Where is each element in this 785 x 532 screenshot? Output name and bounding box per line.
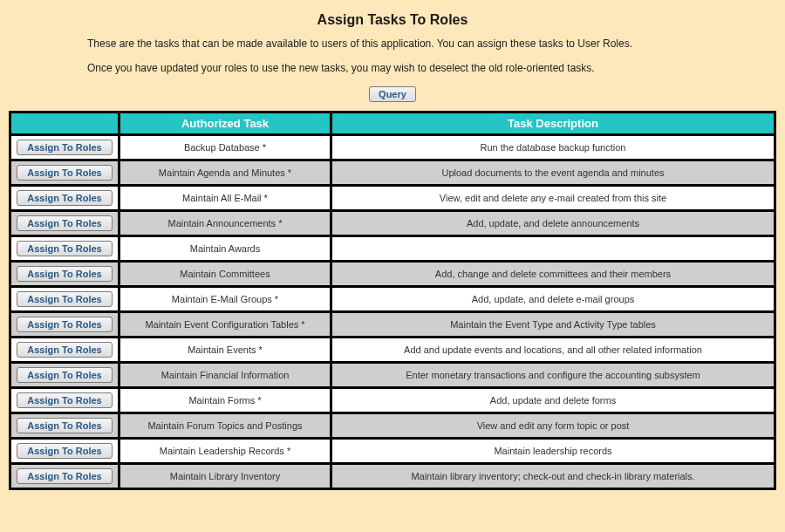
assign-to-roles-button[interactable]: Assign To Roles <box>17 342 113 358</box>
assign-to-roles-button[interactable]: Assign To Roles <box>17 367 113 383</box>
assign-to-roles-button[interactable]: Assign To Roles <box>17 291 113 307</box>
cell-task: Maintain Events * <box>120 338 330 361</box>
table-row: Assign To RolesMaintain Forms *Add, upda… <box>11 389 774 412</box>
cell-task: Maintain All E-Mail * <box>120 187 330 209</box>
table-row: Assign To RolesMaintain All E-Mail *View… <box>11 187 774 209</box>
table-row: Assign To RolesMaintain Event Configurat… <box>11 313 774 336</box>
cell-desc: Run the database backup function <box>332 136 774 159</box>
table-row: Assign To RolesMaintain Events *Add and … <box>11 338 774 361</box>
cell-action: Assign To Roles <box>11 338 118 361</box>
assign-to-roles-button[interactable]: Assign To Roles <box>17 215 113 231</box>
cell-desc: Add, update, and delete announcements <box>332 212 774 235</box>
cell-task: Backup Database * <box>120 136 330 159</box>
query-button[interactable]: Query <box>369 86 416 102</box>
cell-action: Assign To Roles <box>11 440 118 462</box>
assign-to-roles-button[interactable]: Assign To Roles <box>17 317 113 332</box>
cell-action: Assign To Roles <box>11 161 118 184</box>
assign-to-roles-button[interactable]: Assign To Roles <box>17 190 113 206</box>
cell-action: Assign To Roles <box>11 288 118 310</box>
table-row: Assign To RolesMaintain E-Mail Groups *A… <box>11 288 774 310</box>
table-row: Assign To RolesBackup Database *Run the … <box>11 136 774 159</box>
cell-action: Assign To Roles <box>11 414 118 437</box>
cell-task: Maintain Announcements * <box>120 212 330 235</box>
cell-desc: View and edit any form topic or post <box>332 414 774 437</box>
cell-desc: Upload documents to the event agenda and… <box>332 161 774 184</box>
cell-desc: Add, update and delete forms <box>332 389 774 412</box>
cell-desc: Add, update, and delete e-mail groups <box>332 288 774 310</box>
cell-action: Assign To Roles <box>11 389 118 412</box>
cell-action: Assign To Roles <box>11 364 118 386</box>
cell-task: Maintain Forum Topics and Postings <box>120 414 330 437</box>
col-desc: Task Description <box>332 113 774 133</box>
page-title: Assign Tasks To Roles <box>9 12 776 28</box>
cell-action: Assign To Roles <box>11 136 118 159</box>
cell-task: Maintain Awards <box>120 237 330 260</box>
assign-to-roles-button[interactable]: Assign To Roles <box>17 418 113 433</box>
cell-desc: Enter monetary transactions and configur… <box>332 364 774 386</box>
table-row: Assign To RolesMaintain Awards <box>11 237 774 260</box>
assign-to-roles-button[interactable]: Assign To Roles <box>17 392 113 408</box>
col-action <box>11 113 118 133</box>
table-row: Assign To RolesMaintain Leadership Recor… <box>11 440 774 462</box>
table-row: Assign To RolesMaintain Library Inventor… <box>11 465 774 488</box>
table-row: Assign To RolesMaintain Agenda and Minut… <box>11 161 774 184</box>
assign-to-roles-button[interactable]: Assign To Roles <box>17 266 113 282</box>
assign-to-roles-button[interactable]: Assign To Roles <box>17 241 113 256</box>
cell-action: Assign To Roles <box>11 465 118 488</box>
cell-task: Maintain Leadership Records * <box>120 440 330 462</box>
cell-task: Maintain Committees <box>120 263 330 285</box>
cell-desc <box>332 237 774 260</box>
table-row: Assign To RolesMaintain CommitteesAdd, c… <box>11 263 774 285</box>
tasks-table: Authorized Task Task Description Assign … <box>9 111 776 490</box>
cell-task: Maintain E-Mail Groups * <box>120 288 330 310</box>
cell-task: Maintain Library Inventory <box>120 465 330 488</box>
cell-desc: Maintain leadership records <box>332 440 774 462</box>
cell-desc: Maintain library inventory; check-out an… <box>332 465 774 488</box>
intro-paragraph-1: These are the tasks that can be made ava… <box>87 37 698 51</box>
cell-task: Maintain Agenda and Minutes * <box>120 161 330 184</box>
assign-to-roles-button[interactable]: Assign To Roles <box>17 443 113 459</box>
table-row: Assign To RolesMaintain Financial Inform… <box>11 364 774 386</box>
cell-task: Maintain Financial Information <box>120 364 330 386</box>
cell-action: Assign To Roles <box>11 187 118 209</box>
assign-to-roles-button[interactable]: Assign To Roles <box>17 140 113 155</box>
cell-desc: View, edit and delete any e-mail created… <box>332 187 774 209</box>
intro-block: These are the tasks that can be made ava… <box>87 37 698 75</box>
cell-action: Assign To Roles <box>11 237 118 260</box>
cell-task: Maintain Forms * <box>120 389 330 412</box>
cell-desc: Add and update events and locations, and… <box>332 338 774 361</box>
cell-desc: Add, change and delete committees and th… <box>332 263 774 285</box>
col-task: Authorized Task <box>120 113 330 133</box>
cell-action: Assign To Roles <box>11 313 118 336</box>
cell-action: Assign To Roles <box>11 263 118 285</box>
assign-to-roles-button[interactable]: Assign To Roles <box>17 468 113 484</box>
cell-task: Maintain Event Configuration Tables * <box>120 313 330 336</box>
table-row: Assign To RolesMaintain Announcements *A… <box>11 212 774 235</box>
table-row: Assign To RolesMaintain Forum Topics and… <box>11 414 774 437</box>
cell-action: Assign To Roles <box>11 212 118 235</box>
intro-paragraph-2: Once you have updated your roles to use … <box>87 61 698 75</box>
cell-desc: Maintain the Event Type and Activity Typ… <box>332 313 774 336</box>
assign-to-roles-button[interactable]: Assign To Roles <box>17 165 113 181</box>
